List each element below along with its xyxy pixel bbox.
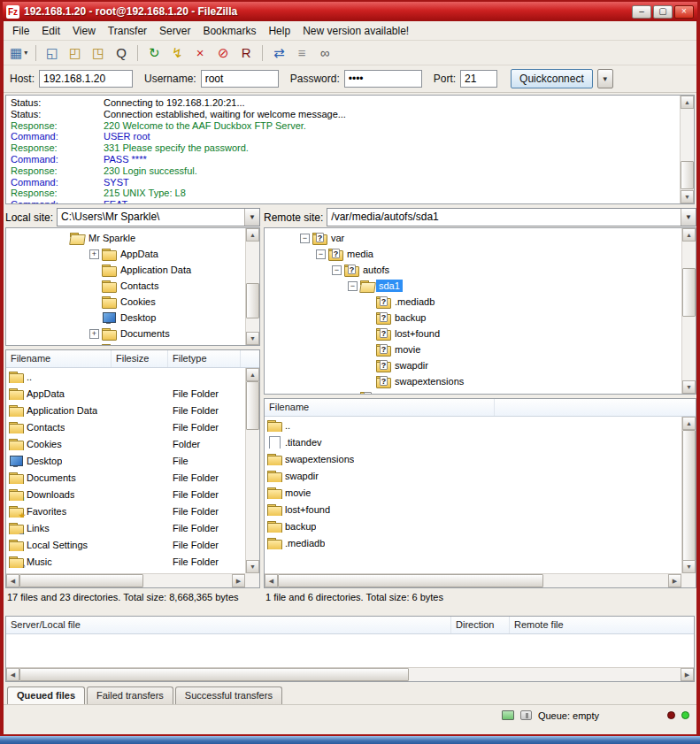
menu-bookmarks[interactable]: Bookmarks [196, 23, 262, 39]
tree-item-media[interactable]: −?media [265, 246, 696, 262]
close-button[interactable]: × [674, 5, 694, 19]
tree-item-lost-found[interactable]: ?lost+found [265, 326, 696, 341]
file-row-appdata[interactable]: AppDataFile Folder [6, 385, 245, 402]
remote-site-combo[interactable]: /var/media/autofs/sda1 ▼ [327, 208, 696, 226]
local-site-combo[interactable]: C:\Users\Mr Sparkle\ ▼ [57, 208, 260, 226]
quickconnect-dropdown-button[interactable]: ▼ [597, 69, 613, 88]
message-log[interactable]: Status:Connecting to 192.168.1.20:21...S… [5, 95, 695, 204]
network-status-icon[interactable] [502, 710, 514, 720]
file-row-downloads[interactable]: ↓DownloadsFile Folder [6, 486, 245, 502]
minimize-button[interactable]: – [632, 5, 651, 19]
tree-item-mr-sparkle[interactable]: Mr Sparkle [6, 230, 259, 246]
expand-icon[interactable]: + [89, 329, 99, 339]
scrollbar-thumb[interactable] [19, 574, 143, 587]
combo-dropdown-icon[interactable]: ▼ [244, 209, 259, 226]
tree-item-documents[interactable]: +Documents [6, 326, 259, 341]
horizontal-scrollbar[interactable]: ◀▶ [265, 573, 681, 587]
tree-item-sda1[interactable]: −sda1 [265, 278, 696, 294]
column-header-filename[interactable]: Filename [265, 399, 495, 416]
transfer-queue[interactable]: Server/Local fileDirectionRemote file ◀▶ [5, 616, 695, 682]
scroll-down-button[interactable]: ▼ [246, 560, 259, 573]
reconnect-button[interactable]: R [235, 43, 257, 63]
horizontal-scrollbar[interactable]: ◀▶ [6, 667, 694, 681]
scroll-down-button[interactable]: ▼ [246, 332, 259, 345]
scroll-up-button[interactable]: ▲ [682, 417, 696, 430]
find-files-button[interactable]: ∞ [314, 43, 335, 63]
scroll-up-button[interactable]: ▲ [682, 228, 696, 242]
file-row-swapextensions[interactable]: swapextensions [265, 450, 681, 467]
scroll-down-button[interactable]: ▼ [682, 380, 696, 394]
synchronized-browsing-button[interactable]: ≡ [291, 43, 312, 63]
scroll-left-button[interactable]: ◀ [6, 668, 19, 681]
quickconnect-button[interactable]: Quickconnect [511, 69, 593, 88]
scroll-right-button[interactable]: ▶ [668, 574, 681, 587]
scrollbar-thumb[interactable] [681, 161, 694, 189]
tree-item-var[interactable]: −?var [265, 230, 696, 246]
local-file-list[interactable]: FilenameFilesizeFiletype ..AppDataFile F… [5, 349, 260, 588]
tree-item-autofs[interactable]: −?autofs [265, 262, 696, 278]
scroll-up-button[interactable]: ▲ [246, 228, 259, 242]
disconnect-button[interactable]: ⊘ [212, 43, 234, 63]
scrollbar-thumb[interactable] [682, 268, 696, 317]
column-header-filename[interactable]: Filename [6, 350, 112, 367]
directory-comparison-button[interactable]: ⇄ [268, 43, 289, 63]
tab-failed-transfers[interactable]: Failed transfers [87, 686, 173, 704]
file-row-desktop[interactable]: DesktopFile [6, 452, 245, 469]
scroll-down-button[interactable]: ▼ [682, 560, 696, 573]
column-header-filetype[interactable]: Filetype [168, 350, 241, 367]
vertical-scrollbar[interactable]: ▲▼ [245, 228, 259, 345]
column-header-direction[interactable]: Direction [451, 617, 510, 633]
tree-item-downloads[interactable]: +Downloads [6, 341, 259, 346]
process-queue-button[interactable]: ↯ [166, 43, 188, 63]
toggle-remote-tree-button[interactable]: ◳ [88, 43, 109, 63]
speed-limits-icon[interactable] [520, 710, 532, 720]
tree-item-application-data[interactable]: Application Data [6, 262, 259, 278]
menu-edit[interactable]: Edit [35, 23, 66, 39]
tree-item-desktop[interactable]: Desktop [6, 310, 259, 326]
file-row-application-data[interactable]: Application DataFile Folder [6, 402, 245, 418]
scroll-right-button[interactable]: ▶ [681, 668, 694, 681]
collapse-icon[interactable]: − [332, 265, 342, 275]
tab-queued-files[interactable]: Queued files [7, 686, 85, 704]
expand-icon[interactable]: + [89, 345, 99, 347]
column-header-remote-file[interactable]: Remote file [510, 617, 694, 633]
dropdown-arrow-icon[interactable]: ▾ [24, 49, 27, 57]
file-row-movie[interactable]: movie [265, 484, 681, 501]
menu-server[interactable]: Server [153, 23, 196, 39]
tree-item-contacts[interactable]: Contacts [6, 278, 259, 294]
toggle-local-tree-button[interactable]: ◰ [65, 43, 86, 63]
host-input[interactable] [39, 70, 133, 88]
file-row-mediadb[interactable]: .mediadb [265, 534, 681, 551]
tree-item-cookies[interactable]: Cookies [6, 294, 259, 310]
tree-item-backup[interactable]: ?backup [265, 310, 696, 326]
file-row-[interactable]: .. [265, 417, 681, 433]
scroll-right-button[interactable]: ▶ [232, 574, 245, 587]
scroll-left-button[interactable]: ◀ [265, 574, 278, 587]
scrollbar-thumb[interactable] [682, 430, 696, 562]
tree-item-swapextensions[interactable]: ?swapextensions [265, 373, 696, 389]
tree-item-swapdir[interactable]: ?swapdir [265, 357, 696, 373]
cancel-operation-button[interactable]: × [189, 43, 211, 63]
collapse-icon[interactable]: − [300, 234, 310, 243]
remote-file-list[interactable]: Filename ...titandevswapextensionsswapdi… [264, 398, 696, 588]
menu-file[interactable]: File [6, 23, 35, 39]
file-row-favorites[interactable]: ★FavoritesFile Folder [6, 502, 245, 519]
tree-item-dvd[interactable]: ?dvd [265, 389, 696, 395]
port-input[interactable] [460, 70, 497, 88]
file-row-[interactable]: .. [6, 368, 245, 385]
site-manager-button[interactable]: ▦▾ [7, 43, 30, 63]
tab-successful-transfers[interactable]: Successful transfers [175, 686, 282, 704]
file-row-local-settings[interactable]: Local SettingsFile Folder [6, 536, 245, 553]
tree-item-movie[interactable]: ?movie [265, 341, 696, 357]
horizontal-scrollbar[interactable]: ◀▶ [6, 573, 245, 587]
file-row-lost-found[interactable]: lost+found [265, 501, 681, 518]
scrollbar-thumb[interactable] [19, 668, 409, 681]
column-header-filesize[interactable]: Filesize [112, 350, 168, 367]
scroll-up-button[interactable]: ▲ [681, 96, 694, 109]
maximize-button[interactable]: ▢ [653, 5, 673, 19]
file-row-titandev[interactable]: .titandev [265, 433, 681, 450]
vertical-scrollbar[interactable]: ▲▼ [245, 368, 259, 573]
scrollbar-thumb[interactable] [246, 283, 259, 318]
scroll-left-button[interactable]: ◀ [6, 574, 19, 587]
collapse-icon[interactable]: − [348, 281, 358, 291]
